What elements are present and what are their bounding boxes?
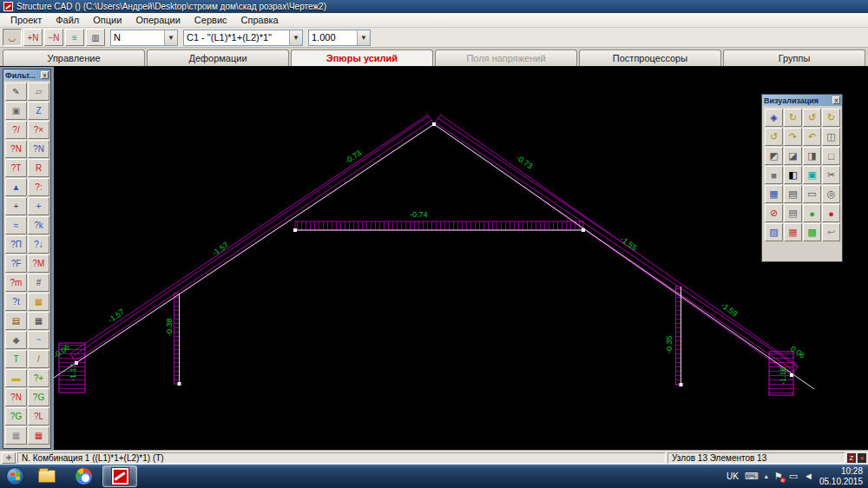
filter-force-icon[interactable]: ?F <box>5 254 27 273</box>
filter-z-order-icon[interactable]: Z <box>28 102 49 120</box>
tab-postprocessory[interactable]: Постпроцессоры <box>579 49 721 66</box>
viz-undo-icon[interactable]: ↩ <box>822 223 840 241</box>
filter-cross-node-icon[interactable]: + <box>28 197 49 215</box>
viz-rotate-y-cw-icon[interactable]: ↷ <box>784 128 802 146</box>
tray-expand-icon[interactable]: ▴ <box>765 473 768 480</box>
viz-rotate-free-icon[interactable]: ◈ <box>765 109 783 127</box>
viz-red-light-icon[interactable]: ● <box>822 204 840 222</box>
close-icon[interactable]: x <box>41 71 49 79</box>
filter-groups-icon[interactable]: ▤ <box>5 312 27 330</box>
viz-cube-cyan-icon[interactable]: ◧ <box>784 166 802 184</box>
filter-load-dots-icon[interactable]: ?: <box>28 178 49 196</box>
filter-n1-icon[interactable]: ?N <box>5 140 27 158</box>
filter-l-icon[interactable]: ?L <box>28 407 49 425</box>
menu-opcii[interactable]: Опции <box>86 14 128 26</box>
chevron-down-icon[interactable]: ▼ <box>357 30 370 45</box>
model-canvas[interactable]: -0.73 -0.73 -0.74 -1.57 -1.57 -0.06 -1.5… <box>54 67 868 450</box>
viz-cube-icon[interactable]: □ <box>822 147 840 165</box>
chevron-down-icon[interactable]: ▼ <box>289 30 302 45</box>
viz-rotate-z-cw-icon[interactable]: ↻ <box>822 109 840 127</box>
filter-mass-icon[interactable]: ?m <box>5 274 27 292</box>
filter-n2-icon[interactable]: ?N <box>28 140 49 158</box>
filter-eraser-icon[interactable]: ▱ <box>28 82 49 101</box>
viz-zoom-icon[interactable]: ◎ <box>822 185 840 203</box>
viz-rotate-y-ccw-icon[interactable]: ↶ <box>803 128 821 146</box>
viz-cube-face-icon[interactable]: ▣ <box>803 166 821 184</box>
close-icon[interactable]: x <box>832 96 840 104</box>
menu-operacii[interactable]: Операции <box>128 14 187 26</box>
viz-grid-green-icon[interactable]: ▩ <box>803 223 821 241</box>
language-indicator[interactable]: UK <box>727 472 739 481</box>
filter-color-grid-icon[interactable]: ▦ <box>28 293 49 311</box>
viz-windows-icon[interactable]: ▦ <box>765 185 783 203</box>
viz-proj-xy-icon[interactable]: ◩ <box>765 147 783 165</box>
filter-arrow-down-icon[interactable]: ?↓ <box>28 235 49 254</box>
filter-types-icon[interactable]: ?T <box>5 159 27 177</box>
taskbar-explorer-button[interactable] <box>30 465 64 487</box>
filter-springs-icon[interactable]: ≈ <box>5 216 27 234</box>
filter-palette-titlebar[interactable]: Фильт... x <box>3 69 50 81</box>
filter-move-node-icon[interactable]: ?+ <box>28 369 49 387</box>
tab-gruppy[interactable]: Группы <box>723 49 865 66</box>
taskbar-chrome-button[interactable] <box>66 465 101 487</box>
tab-upravlenie[interactable]: Управление <box>3 49 145 66</box>
filter-brush-icon[interactable]: / <box>28 350 49 368</box>
filter-supports-icon[interactable]: ▲ <box>5 178 27 196</box>
filter-solid-view-icon[interactable]: ▣ <box>5 102 27 120</box>
taskbar-scad-button[interactable] <box>102 465 137 487</box>
tool-frame-view-button[interactable]: ▥ <box>86 29 105 46</box>
scale-combo[interactable]: 1.000 ▼ <box>308 30 371 46</box>
filter-node-info-icon[interactable]: ?/ <box>5 121 27 139</box>
viz-cut-icon[interactable]: ✂ <box>822 166 840 184</box>
force-type-combo[interactable]: N ▼ <box>110 30 178 46</box>
network-icon[interactable]: ▭ <box>789 472 798 481</box>
filter-type-t-icon[interactable]: T <box>5 350 27 368</box>
visualization-titlebar[interactable]: Визуализация x <box>762 95 842 106</box>
tab-epyury-usiliy[interactable]: Эпюры усилий <box>291 49 433 66</box>
viz-green-light-icon[interactable]: ● <box>803 204 821 222</box>
viz-hide-icon[interactable]: ⊘ <box>765 204 783 222</box>
viz-print-icon[interactable]: ▤ <box>784 204 802 222</box>
menu-fail[interactable]: Файл <box>49 14 86 26</box>
filter-node-delete-icon[interactable]: ?× <box>28 121 49 139</box>
filter-cross-icon[interactable]: + <box>5 197 27 215</box>
viz-image-icon[interactable]: ▨ <box>765 223 783 241</box>
viz-toolbar-icon[interactable]: ▭ <box>803 185 821 203</box>
filter-g1-icon[interactable]: ?G <box>28 388 49 406</box>
tool-values-list-button[interactable]: ≡ <box>65 29 84 46</box>
filter-rigid-icon[interactable]: R <box>28 159 49 177</box>
tool-plus-n-button[interactable]: +N <box>23 29 43 46</box>
start-button[interactable] <box>2 466 28 487</box>
filter-k-icon[interactable]: ?k <box>28 216 49 234</box>
volume-icon[interactable]: ◄ <box>804 472 813 481</box>
filter-span-icon[interactable]: ~ <box>28 331 49 349</box>
viz-rotate-x-ccw-icon[interactable]: ↺ <box>803 109 821 127</box>
viz-rotate-z-ccw-icon[interactable]: ↺ <box>765 128 783 146</box>
filter-beam-icon[interactable]: ?П <box>5 235 27 254</box>
viz-proj-down-icon[interactable]: ◪ <box>784 147 802 165</box>
tool-minus-n-button[interactable]: −N <box>44 29 63 46</box>
menu-servis[interactable]: Сервис <box>187 14 234 26</box>
tab-polya-napryazheniy[interactable]: Поля напряжений <box>435 49 577 66</box>
tab-deformacii[interactable]: Деформации <box>147 49 289 66</box>
filter-hammer-icon[interactable]: ◆ <box>5 331 27 349</box>
filter-n-red-icon[interactable]: ?N <box>5 388 27 406</box>
filter-mesh-icon[interactable]: ▦ <box>28 312 49 330</box>
viz-rotate-x-cw-icon[interactable]: ↻ <box>784 109 802 127</box>
filter-grid-dots-icon[interactable]: ▦ <box>5 426 27 445</box>
filter-local-axes-icon[interactable]: ?t <box>5 293 27 311</box>
chevron-down-icon[interactable]: ▼ <box>164 30 177 45</box>
clock[interactable]: 10:28 05.10.2015 <box>819 466 863 487</box>
keyboard-icon[interactable]: ⌨ <box>745 472 759 481</box>
status-mode-icon[interactable]: ✛ <box>2 452 16 464</box>
filter-pencil-icon[interactable]: ✎ <box>5 82 27 101</box>
viz-frame-icon[interactable]: ▤ <box>784 185 802 203</box>
action-center-flag-icon[interactable]: ⚑✕ <box>774 472 783 481</box>
menu-proekt[interactable]: Проект <box>3 14 49 26</box>
filter-layers-icon[interactable]: ▬ <box>5 369 27 387</box>
viz-proj-side-icon[interactable]: ◨ <box>803 147 821 165</box>
combination-combo[interactable]: C1 - "(L1)*1+(L2)*1" ▼ <box>183 30 303 46</box>
filter-grid-red-icon[interactable]: ▦ <box>28 426 49 445</box>
viz-cube-solid-icon[interactable]: ■ <box>765 166 783 184</box>
filter-axes-icon[interactable]: # <box>28 274 49 292</box>
